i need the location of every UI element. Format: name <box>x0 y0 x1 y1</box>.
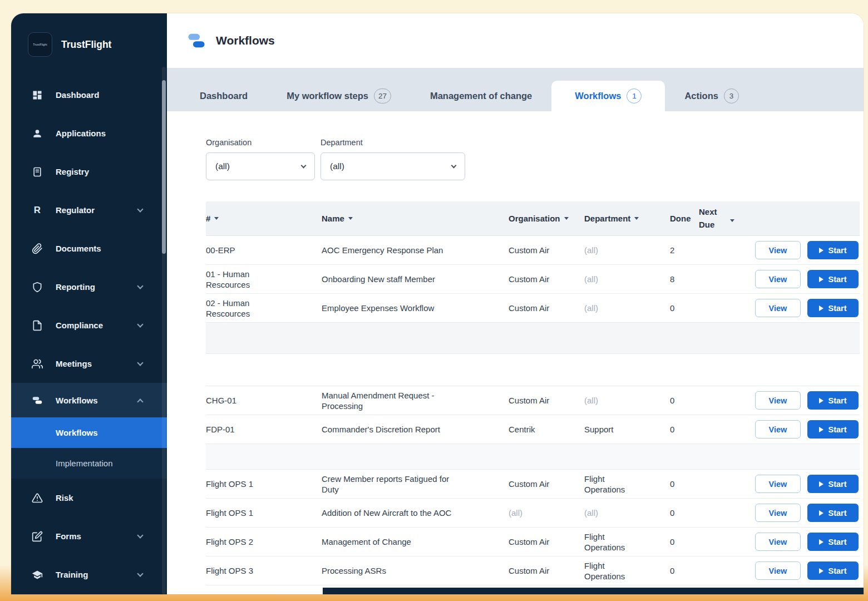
chevron-down-icon <box>137 283 143 289</box>
chevron-down-icon <box>137 321 143 327</box>
chevron-down-icon <box>137 359 143 366</box>
sidebar-item-dashboard[interactable]: Dashboard <box>11 76 167 114</box>
workflow-department: (all) <box>584 274 598 284</box>
workflow-organisation: (all) <box>509 508 584 518</box>
tab-my-workflow-steps[interactable]: My workflow steps 27 <box>267 81 411 111</box>
workflow-name: Manual Amendment Request - Processing <box>322 390 462 411</box>
tab-management-of-change[interactable]: Management of change <box>411 81 551 111</box>
workflow-id: Flight OPS 1 <box>206 479 253 489</box>
view-button[interactable]: View <box>755 475 801 493</box>
sidebar-item-forms[interactable]: Forms <box>11 517 167 555</box>
sidebar-item-risk[interactable]: Risk <box>11 479 167 517</box>
view-button[interactable]: View <box>755 241 801 259</box>
view-button[interactable]: View <box>755 420 801 439</box>
file-icon <box>31 319 43 332</box>
organisation-select[interactable]: (all) <box>206 152 315 180</box>
sort-icon <box>214 217 219 220</box>
workflow-organisation: Custom Air <box>509 245 584 255</box>
workflow-department: Flight Operations <box>584 474 630 495</box>
sidebar-subitem-implementation[interactable]: Implementation <box>11 448 167 479</box>
view-button[interactable]: View <box>755 270 801 288</box>
play-icon <box>819 539 823 545</box>
table-header-row: # Name Organisation Department Done <box>206 201 860 236</box>
table-row: Flight OPS 2 Management of Change Custom… <box>206 528 860 556</box>
column-header-done[interactable]: Done <box>670 214 699 223</box>
workflow-done-count: 8 <box>670 274 699 284</box>
sidebar-subitem-workflows[interactable]: Workflows <box>11 417 167 448</box>
view-button[interactable]: View <box>755 391 801 410</box>
column-header-organisation[interactable]: Organisation <box>509 214 584 223</box>
start-button[interactable]: Start <box>807 533 859 551</box>
view-button[interactable]: View <box>755 299 801 317</box>
workflow-id: 01 - Human Rescources <box>206 269 267 290</box>
tab-badge: 3 <box>724 88 739 104</box>
workflow-organisation: Custom Air <box>509 479 584 489</box>
start-button[interactable]: Start <box>807 299 859 317</box>
workflow-done-count: 0 <box>670 536 699 547</box>
sidebar-item-meetings[interactable]: Meetings <box>11 344 167 383</box>
sort-icon <box>634 217 639 220</box>
workflow-name: Commander's Discretion Report <box>322 424 440 435</box>
sidebar-item-compliance[interactable]: Compliance <box>11 306 167 344</box>
workflow-done-count: 0 <box>670 565 699 576</box>
column-header-id[interactable]: # <box>206 214 322 223</box>
registry-card-icon <box>31 166 43 178</box>
play-icon <box>819 398 823 403</box>
tab-badge: 27 <box>374 88 391 104</box>
start-button[interactable]: Start <box>807 241 859 259</box>
workflow-department: (all) <box>584 395 598 406</box>
workflow-department: (all) <box>584 508 598 518</box>
trustflight-logo-icon: TrustFlight <box>28 32 52 57</box>
tab-dashboard[interactable]: Dashboard <box>180 81 267 111</box>
workflow-done-count: 0 <box>670 479 699 489</box>
play-icon <box>819 427 823 432</box>
workflow-id: FDP-01 <box>206 424 235 435</box>
workflows-submenu: Workflows Implementation <box>11 417 167 479</box>
sidebar-item-training[interactable]: Training <box>11 555 167 594</box>
horizontal-scrollbar[interactable] <box>323 588 864 594</box>
workflow-name: Processing ASRs <box>322 565 386 576</box>
start-button[interactable]: Start <box>807 420 859 439</box>
edit-form-icon <box>31 530 43 543</box>
workflow-id: CHG-01 <box>206 395 236 406</box>
dashboard-icon <box>31 89 43 101</box>
brand: TrustFlight TrustFlight <box>11 13 167 76</box>
workflow-done-count: 0 <box>670 395 699 406</box>
start-button[interactable]: Start <box>807 504 859 522</box>
table-row: Flight OPS 3 Processing ASRs Custom Air … <box>206 556 860 585</box>
department-select[interactable]: (all) <box>320 152 465 180</box>
workflow-id: Flight OPS 1 <box>206 508 253 518</box>
tab-actions[interactable]: Actions 3 <box>665 81 758 111</box>
workflow-department: (all) <box>584 303 598 313</box>
sidebar-item-regulator[interactable]: R Regulator <box>11 191 167 229</box>
workflow-department: Support <box>584 424 614 435</box>
sidebar-item-reporting[interactable]: Reporting <box>11 268 167 306</box>
sidebar-scrollbar-thumb[interactable] <box>162 80 166 254</box>
sidebar-item-registry[interactable]: Registry <box>11 152 167 191</box>
column-header-next-due[interactable]: Next Due <box>699 206 752 231</box>
warning-triangle-icon <box>31 492 43 504</box>
view-button[interactable]: View <box>755 561 801 580</box>
start-button[interactable]: Start <box>807 270 859 288</box>
workflow-name: Crew Member reports Fatigued for Duty <box>322 474 462 495</box>
main-area: Workflows Dashboard My workflow steps 27… <box>167 13 864 594</box>
start-button[interactable]: Start <box>807 475 859 493</box>
sort-icon <box>564 217 569 220</box>
view-button[interactable]: View <box>755 533 801 551</box>
sidebar-item-documents[interactable]: Documents <box>11 229 167 268</box>
workflow-done-count: 0 <box>670 424 699 435</box>
group-separator <box>206 354 860 386</box>
column-header-name[interactable]: Name <box>322 214 509 223</box>
tab-workflows[interactable]: Workflows 1 <box>551 81 665 111</box>
table-row: CHG-01 Manual Amendment Request - Proces… <box>206 386 860 415</box>
sidebar-item-applications[interactable]: Applications <box>11 114 167 152</box>
column-header-department[interactable]: Department <box>584 214 670 223</box>
start-button[interactable]: Start <box>807 391 859 410</box>
chevron-down-icon <box>137 206 143 212</box>
view-button[interactable]: View <box>755 504 801 522</box>
start-button[interactable]: Start <box>807 561 859 580</box>
sidebar-item-workflows[interactable]: Workflows <box>11 383 167 417</box>
tab-content: Organisation (all) Department (all) <box>167 111 864 585</box>
shield-icon <box>31 281 43 293</box>
organisation-filter-label: Organisation <box>206 138 315 147</box>
